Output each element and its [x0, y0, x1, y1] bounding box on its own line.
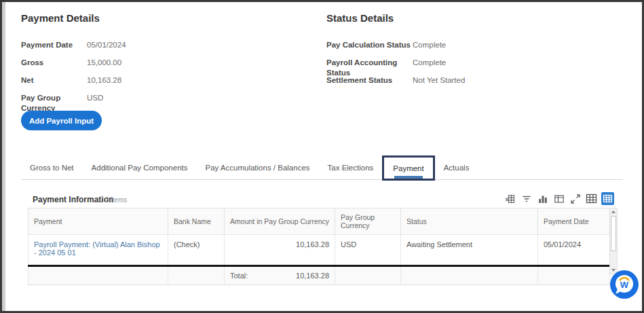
- tab-bar: Gross to Net Additional Pay Components P…: [21, 155, 623, 180]
- export-to-excel-icon[interactable]: [504, 192, 516, 205]
- field-value: Not Yet Started: [413, 75, 465, 86]
- add-payroll-input-button[interactable]: Add Payroll Input: [21, 111, 102, 130]
- grid-view-icon[interactable]: [585, 192, 598, 205]
- cell-bank-name: (Check): [168, 235, 225, 266]
- payment-details-title: Payment Details: [21, 12, 100, 24]
- total-row: Total: 10,163.28: [29, 266, 610, 285]
- field-gross: Gross 15,000.00: [21, 58, 121, 68]
- field-value: 10,163.28: [87, 75, 121, 86]
- column-header-bank-name[interactable]: Bank Name: [168, 208, 225, 235]
- filter-icon[interactable]: [520, 192, 533, 205]
- grid-view-selected-icon[interactable]: [601, 192, 614, 205]
- table-scrollbar[interactable]: [609, 208, 618, 274]
- column-header-status[interactable]: Status: [401, 208, 538, 235]
- field-label: Payment Date: [21, 40, 87, 50]
- cell-payment-date: 05/01/2024: [538, 235, 610, 266]
- scrollbar-thumb[interactable]: [611, 216, 616, 251]
- field-value: 05/01/2024: [87, 40, 126, 50]
- active-tab-underline: [394, 176, 423, 179]
- column-header-currency[interactable]: Pay Group Currency: [335, 208, 401, 235]
- payroll-payment-link[interactable]: Payroll Payment: (Virtual) Alan Bishop -…: [34, 240, 160, 257]
- table-header-row: Payment Bank Name Amount in Pay Group Cu…: [29, 208, 610, 235]
- cell-currency: USD: [335, 235, 401, 266]
- workday-assistant-button[interactable]: W: [609, 269, 640, 300]
- tab-additional-pay-components[interactable]: Additional Pay Components: [83, 155, 197, 179]
- field-label: Net: [21, 75, 87, 86]
- column-header-amount[interactable]: Amount in Pay Group Currency: [225, 208, 335, 235]
- column-header-payment-date[interactable]: Payment Date: [538, 208, 610, 235]
- cell-amount: 10,163.28: [225, 235, 335, 266]
- tab-gross-to-net[interactable]: Gross to Net: [21, 155, 83, 179]
- svg-text:W: W: [620, 280, 629, 290]
- field-payment-date: Payment Date 05/01/2024: [21, 40, 126, 50]
- total-cell: Total: 10,163.28: [225, 266, 335, 285]
- status-details-title: Status Details: [326, 12, 394, 24]
- field-net: Net 10,163.28: [21, 75, 121, 86]
- field-label: Settlement Status: [326, 75, 413, 86]
- total-amount: 10,163.28: [296, 272, 329, 280]
- tab-payment-label: Payment: [393, 164, 423, 172]
- column-header-payment[interactable]: Payment: [29, 208, 168, 235]
- grid-toolbar: [504, 192, 614, 205]
- workday-logo-icon: W: [609, 269, 640, 300]
- field-settlement-status: Settlement Status Not Yet Started: [326, 75, 465, 86]
- grid-item-count: 2 items: [105, 196, 127, 204]
- field-label: Gross: [21, 58, 87, 68]
- expand-icon[interactable]: [569, 192, 582, 205]
- manage-columns-icon[interactable]: [552, 192, 565, 205]
- payment-information-table: Payment Bank Name Amount in Pay Group Cu…: [28, 208, 610, 285]
- field-pay-calculation-status: Pay Calculation Status Complete: [326, 40, 446, 50]
- field-value: 15,000.00: [87, 58, 121, 68]
- window-left-edge: [2, 2, 5, 311]
- scroll-up-arrow-icon[interactable]: [610, 208, 617, 215]
- tab-tax-elections[interactable]: Tax Elections: [319, 155, 383, 179]
- tab-payment[interactable]: Payment: [382, 155, 434, 181]
- cell-status: Awaiting Settlement: [401, 235, 538, 266]
- table-row: Payroll Payment: (Virtual) Alan Bishop -…: [29, 235, 610, 266]
- tab-pay-accumulations-balances[interactable]: Pay Accumulations / Balances: [196, 155, 318, 179]
- field-value: Complete: [413, 40, 446, 50]
- chart-icon[interactable]: [536, 192, 549, 205]
- payroll-result-page: Payment Details Payment Date 05/01/2024 …: [0, 0, 644, 313]
- tab-actuals[interactable]: Actuals: [435, 155, 478, 179]
- total-label: Total:: [230, 272, 248, 280]
- field-label: Pay Calculation Status: [326, 40, 413, 50]
- grid-title: Payment Information: [33, 195, 113, 204]
